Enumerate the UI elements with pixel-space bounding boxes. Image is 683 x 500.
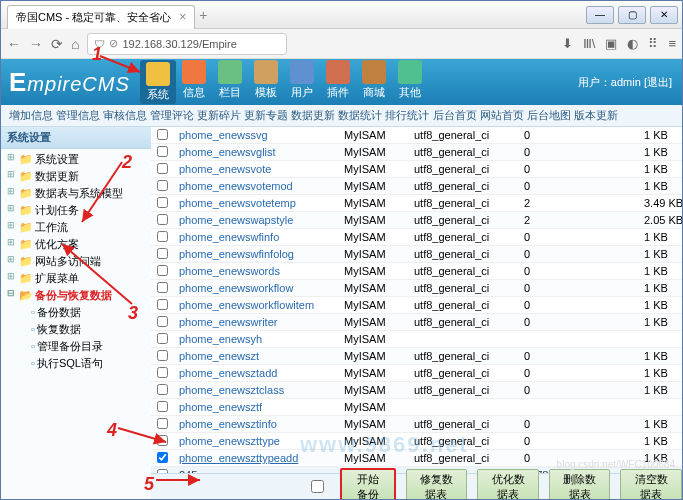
row-checkbox[interactable] [157, 418, 168, 429]
table-row[interactable]: phome_enewsztMyISAMutf8_general_ci01 KB0… [151, 348, 682, 365]
row-checkbox[interactable] [157, 367, 168, 378]
row-checkbox[interactable] [157, 384, 168, 395]
topnav-信息[interactable]: 信息 [176, 60, 212, 104]
topnav-商城[interactable]: 商城 [356, 60, 392, 104]
window-maximize-button[interactable]: ▢ [618, 6, 646, 24]
tree-leaf[interactable]: ▫备份数据 [31, 304, 151, 321]
tree-node[interactable]: 📁优化方案 [5, 236, 151, 253]
back-icon[interactable]: ← [7, 36, 21, 52]
close-tab-icon[interactable]: × [179, 10, 186, 24]
tree-leaf[interactable]: ▫恢复数据 [31, 321, 151, 338]
table-name[interactable]: phome_enewssvg [179, 129, 344, 141]
download-icon[interactable]: ⬇ [562, 36, 573, 51]
table-row[interactable]: phome_enewsvglistMyISAMutf8_general_ci01… [151, 144, 682, 161]
table-name[interactable]: phome_enewswfinfo [179, 231, 344, 243]
row-checkbox[interactable] [157, 129, 168, 140]
tree-node[interactable]: 📁工作流 [5, 219, 151, 236]
row-checkbox[interactable] [157, 163, 168, 174]
table-row[interactable]: phome_enewsztaddMyISAMutf8_general_ci01 … [151, 365, 682, 382]
topnav-系统[interactable]: 系统 [140, 60, 176, 104]
table-row[interactable]: phome_enewsztclassMyISAMutf8_general_ci0… [151, 382, 682, 399]
reload-icon[interactable]: ⟳ [51, 36, 63, 52]
tree-leaf[interactable]: ▫管理备份目录 [31, 338, 151, 355]
row-checkbox[interactable] [157, 214, 168, 225]
drop-button[interactable]: 删除数据表 [549, 469, 611, 500]
table-row[interactable]: phome_enewswfinfoMyISAMutf8_general_ci01… [151, 229, 682, 246]
table-name[interactable]: phome_enewswfinfolog [179, 248, 344, 260]
window-minimize-button[interactable]: — [586, 6, 614, 24]
optimize-button[interactable]: 优化数据表 [477, 469, 539, 500]
home-icon[interactable]: ⌂ [71, 36, 79, 52]
table-row[interactable]: phome_enewswfinfologMyISAMutf8_general_c… [151, 246, 682, 263]
table-row[interactable]: phome_enewsyhMyISAM [151, 331, 682, 348]
tree-node-backup[interactable]: 📂备份与恢复数据 [5, 287, 151, 304]
tree-leaf[interactable]: ▫执行SQL语句 [31, 355, 151, 372]
topnav-其他[interactable]: 其他 [392, 60, 428, 104]
table-name[interactable]: phome_enewsworkflow [179, 282, 344, 294]
table-name[interactable]: phome_enewswords [179, 265, 344, 277]
table-row[interactable]: phome_enewswordsMyISAMutf8_general_ci01 … [151, 263, 682, 280]
containers-icon[interactable]: ▣ [605, 36, 617, 51]
row-checkbox[interactable] [157, 316, 168, 327]
menu-icon[interactable]: ≡ [668, 36, 676, 51]
table-name[interactable]: phome_enewsvotemod [179, 180, 344, 192]
table-row[interactable]: phome_enewswapstyleMyISAMutf8_general_ci… [151, 212, 682, 229]
row-checkbox[interactable] [157, 180, 168, 191]
table-row[interactable]: phome_enewssvgMyISAMutf8_general_ci01 KB… [151, 127, 682, 144]
library-icon[interactable]: Ⅲ\ [583, 36, 596, 51]
tree-node[interactable]: 📁数据更新 [5, 168, 151, 185]
table-name[interactable]: phome_enewsvote [179, 163, 344, 175]
row-checkbox[interactable] [157, 401, 168, 412]
table-name[interactable]: phome_enewsztf [179, 401, 344, 413]
row-checkbox[interactable] [157, 435, 168, 446]
table-name[interactable]: phome_enewswapstyle [179, 214, 344, 226]
browser-tab[interactable]: 帝国CMS - 稳定可靠、安全省心 × [7, 5, 195, 29]
table-name[interactable]: phome_enewsvotetemp [179, 197, 344, 209]
table-row[interactable]: phome_enewsvotemodMyISAMutf8_general_ci0… [151, 178, 682, 195]
topnav-用户[interactable]: 用户 [284, 60, 320, 104]
tree-node[interactable]: 📁计划任务 [5, 202, 151, 219]
topnav-栏目[interactable]: 栏目 [212, 60, 248, 104]
row-checkbox[interactable] [157, 231, 168, 242]
select-all-checkbox[interactable] [311, 480, 324, 493]
table-row[interactable]: phome_enewsworkflowMyISAMutf8_general_ci… [151, 280, 682, 297]
topnav-模板[interactable]: 模板 [248, 60, 284, 104]
table-row[interactable]: phome_enewsvotetempMyISAMutf8_general_ci… [151, 195, 682, 212]
row-checkbox[interactable] [157, 333, 168, 344]
row-checkbox[interactable] [157, 282, 168, 293]
table-name[interactable]: phome_enewsyh [179, 333, 344, 345]
window-close-button[interactable]: ✕ [650, 6, 678, 24]
tree-node[interactable]: 📁网站多访问端 [5, 253, 151, 270]
table-name[interactable]: phome_enewswriter [179, 316, 344, 328]
table-name[interactable]: phome_enewsztadd [179, 367, 344, 379]
row-checkbox[interactable] [157, 299, 168, 310]
topnav-插件[interactable]: 插件 [320, 60, 356, 104]
tree-node[interactable]: 📁系统设置 [5, 151, 151, 168]
extensions-icon[interactable]: ⠿ [648, 36, 658, 51]
table-name[interactable]: phome_enewszt [179, 350, 344, 362]
tree-node[interactable]: 📁扩展菜单 [5, 270, 151, 287]
shield2-icon[interactable]: ◐ [627, 36, 638, 51]
row-checkbox[interactable] [157, 350, 168, 361]
table-name[interactable]: phome_enewsztclass [179, 384, 344, 396]
table-name[interactable]: phome_enewsvglist [179, 146, 344, 158]
tree-node[interactable]: 📁数据表与系统模型 [5, 185, 151, 202]
truncate-button[interactable]: 清空数据表 [620, 469, 682, 500]
table-row[interactable]: phome_enewsztinfoMyISAMutf8_general_ci01… [151, 416, 682, 433]
row-checkbox[interactable] [157, 265, 168, 276]
table-name[interactable]: phome_enewsworkflowitem [179, 299, 344, 311]
logout-link[interactable]: [退出] [644, 76, 672, 88]
table-row[interactable]: phome_enewsztfMyISAM [151, 399, 682, 416]
row-checkbox[interactable] [157, 146, 168, 157]
row-checkbox[interactable] [157, 452, 168, 463]
forward-icon[interactable]: → [29, 36, 43, 52]
url-field[interactable]: 🛡 ⊘ 192.168.30.129/Empire [87, 33, 287, 55]
row-checkbox[interactable] [157, 197, 168, 208]
repair-button[interactable]: 修复数据表 [406, 469, 468, 500]
start-backup-button[interactable]: 开始备份 [340, 468, 396, 500]
row-checkbox[interactable] [157, 248, 168, 259]
table-row[interactable]: phome_enewsvoteMyISAMutf8_general_ci01 K… [151, 161, 682, 178]
table-row[interactable]: phome_enewsworkflowitemMyISAMutf8_genera… [151, 297, 682, 314]
table-row[interactable]: phome_enewswriterMyISAMutf8_general_ci01… [151, 314, 682, 331]
new-tab-button[interactable]: + [199, 7, 207, 23]
